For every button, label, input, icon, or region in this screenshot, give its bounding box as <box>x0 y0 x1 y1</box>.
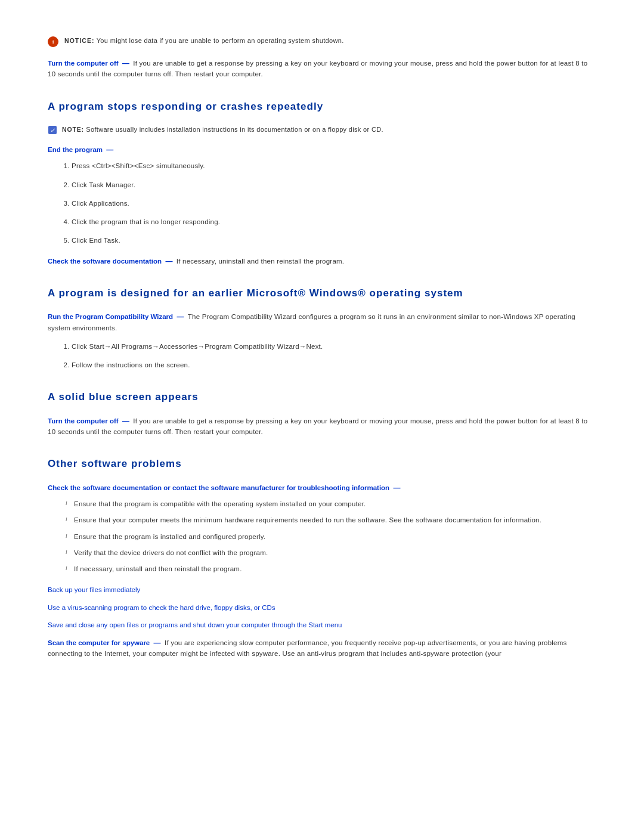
dash-1: — <box>120 59 132 67</box>
end-program-steps: Press <Ctrl><Shift><Esc> simultaneously.… <box>72 161 596 246</box>
run-wizard-block: Run the Program Compatibility Wizard — T… <box>48 311 596 333</box>
backup-link[interactable]: Back up your files immediately <box>48 585 596 595</box>
notice-icon: i <box>48 36 58 47</box>
turn-off-link-1[interactable]: Turn the computer off <box>48 60 119 67</box>
run-wizard-link[interactable]: Run the Program Compatibility Wizard <box>48 313 173 320</box>
bullet-item: If necessary, uninstall and then reinsta… <box>66 564 596 574</box>
bullet-item: Ensure that the program is installed and… <box>66 532 596 542</box>
note-body-crashes: Software usually includes installation i… <box>86 126 383 133</box>
section-blue-screen-title: A solid blue screen appears <box>48 389 596 405</box>
notice-block: i NOTICE: You might lose data if you are… <box>48 36 596 47</box>
note-label-crashes: NOTE: <box>62 126 84 133</box>
section-crashes-title: A program stops responding or crashes re… <box>48 99 596 114</box>
section-other-software: Other software problems Check the softwa… <box>48 456 596 659</box>
section-crashes: A program stops responding or crashes re… <box>48 99 596 267</box>
blue-screen-turn-off: Turn the computer off — If you are unabl… <box>48 416 596 438</box>
check-doc-block: Check the software documentation — If ne… <box>48 256 596 267</box>
other-links-section: Back up your files immediately Use a vir… <box>48 585 596 659</box>
wizard-steps: Click Start→All Programs→Accessories→Pro… <box>72 342 596 371</box>
other-software-bullets: Ensure that the program is compatible wi… <box>66 499 596 574</box>
other-check-doc-block: Check the software documentation or cont… <box>48 482 596 493</box>
turn-off-para-1: Turn the computer off — If you are unabl… <box>48 58 596 80</box>
section-earlier-windows: A program is designed for an earlier Mic… <box>48 286 596 371</box>
check-doc-text: If necessary, uninstall and then reinsta… <box>177 258 345 265</box>
note-block-crashes: ✓ NOTE: Software usually includes instal… <box>48 125 596 135</box>
virus-link[interactable]: Use a virus-scanning program to check th… <box>48 603 596 613</box>
scan-link[interactable]: Scan the computer for spyware <box>48 639 150 646</box>
wizard-step-item: Click Start→All Programs→Accessories→Pro… <box>72 342 596 352</box>
save-close-link[interactable]: Save and close any open files or program… <box>48 620 596 630</box>
step-item: Click Task Manager. <box>72 180 596 190</box>
other-check-doc-link[interactable]: Check the software documentation or cont… <box>48 484 389 491</box>
bullet-item: Ensure that your computer meets the mini… <box>66 515 596 525</box>
blue-screen-turn-off-link[interactable]: Turn the computer off <box>48 417 119 425</box>
section-other-software-title: Other software problems <box>48 456 596 472</box>
scan-block: Scan the computer for spyware — If you a… <box>48 637 596 659</box>
note-text-crashes: NOTE: Software usually includes installa… <box>62 125 383 135</box>
step-item: Click the program that is no longer resp… <box>72 217 596 227</box>
end-program-section: End the program — <box>48 144 596 155</box>
bullet-item: Ensure that the program is compatible wi… <box>66 499 596 509</box>
step-item: Click Applications. <box>72 199 596 209</box>
bullet-item: Verify that the device drivers do not co… <box>66 548 596 558</box>
note-icon: ✓ <box>48 125 57 135</box>
section-earlier-windows-title: A program is designed for an earlier Mic… <box>48 286 596 301</box>
step-item: Click End Task. <box>72 236 596 246</box>
section-blue-screen: A solid blue screen appears Turn the com… <box>48 389 596 437</box>
wizard-step-item: Follow the instructions on the screen. <box>72 360 596 370</box>
end-program-link[interactable]: End the program <box>48 146 103 153</box>
svg-text:✓: ✓ <box>50 127 55 134</box>
step-item: Press <Ctrl><Shift><Esc> simultaneously. <box>72 161 596 171</box>
notice-label: NOTICE: <box>64 37 95 44</box>
notice-body: You might lose data if you are unable to… <box>97 37 344 44</box>
notice-text: NOTICE: You might lose data if you are u… <box>64 36 344 46</box>
check-doc-link[interactable]: Check the software documentation <box>48 258 162 265</box>
